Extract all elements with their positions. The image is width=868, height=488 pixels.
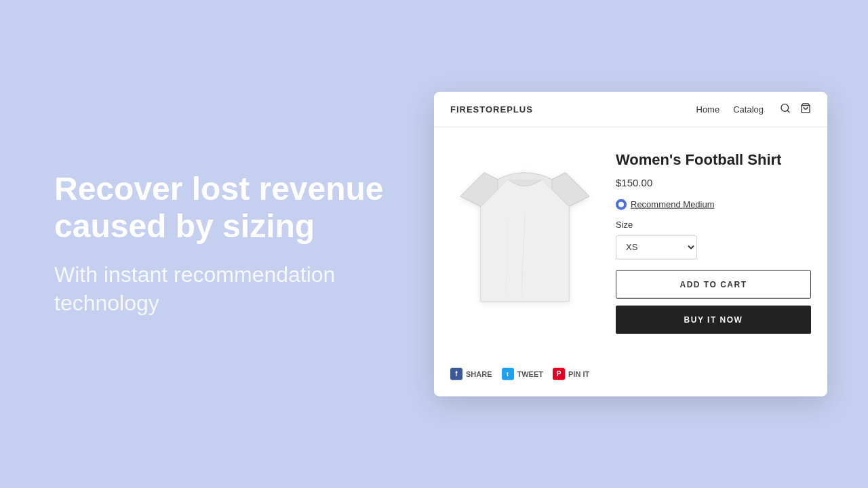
facebook-share-button[interactable]: f SHARE: [450, 367, 492, 380]
tweet-label: TWEET: [517, 369, 544, 378]
size-label: Size: [616, 219, 811, 229]
nav-icons: [780, 102, 811, 116]
sub-heading: With instant recommendation technology: [54, 262, 434, 318]
nav-catalog[interactable]: Catalog: [733, 104, 764, 115]
nav-home[interactable]: Home: [696, 104, 720, 115]
twitter-share-button[interactable]: t TWEET: [502, 367, 544, 380]
pin-label: PIN IT: [568, 369, 589, 378]
product-image: [457, 159, 593, 322]
product-area: Women's Football Shirt $150.00 Recommend…: [434, 127, 827, 354]
svg-line-1: [787, 110, 789, 112]
pinterest-share-button[interactable]: P PIN IT: [553, 367, 589, 380]
recommend-row: Recommend Medium: [616, 199, 811, 209]
social-share: f SHARE t TWEET P PIN IT: [434, 354, 827, 396]
recommend-icon-inner: [618, 201, 624, 207]
product-title: Women's Football Shirt: [616, 150, 811, 170]
cart-icon[interactable]: [800, 102, 811, 116]
product-details: Women's Football Shirt $150.00 Recommend…: [616, 148, 811, 334]
search-icon[interactable]: [780, 102, 791, 116]
left-content: Recover lost revenue caused by sizing Wi…: [54, 170, 434, 318]
product-image-container: [450, 148, 599, 334]
twitter-icon: t: [502, 367, 514, 380]
recommend-icon: [616, 199, 627, 209]
share-label: SHARE: [466, 369, 492, 378]
add-to-cart-button[interactable]: ADD TO CART: [616, 270, 811, 298]
store-widget: FIRESTOREPLUS Home Catalog: [434, 92, 827, 396]
facebook-icon: f: [450, 367, 462, 380]
buy-now-button[interactable]: BUY IT NOW: [616, 305, 811, 333]
store-brand: FIRESTOREPLUS: [450, 104, 696, 115]
size-select[interactable]: XS S M L XL: [616, 235, 697, 259]
store-navbar: FIRESTOREPLUS Home Catalog: [434, 92, 827, 127]
recommend-link[interactable]: Recommend Medium: [631, 199, 715, 209]
main-heading: Recover lost revenue caused by sizing: [54, 170, 434, 245]
pinterest-icon: P: [553, 367, 565, 380]
product-price: $150.00: [616, 176, 811, 188]
nav-links: Home Catalog: [696, 104, 764, 115]
